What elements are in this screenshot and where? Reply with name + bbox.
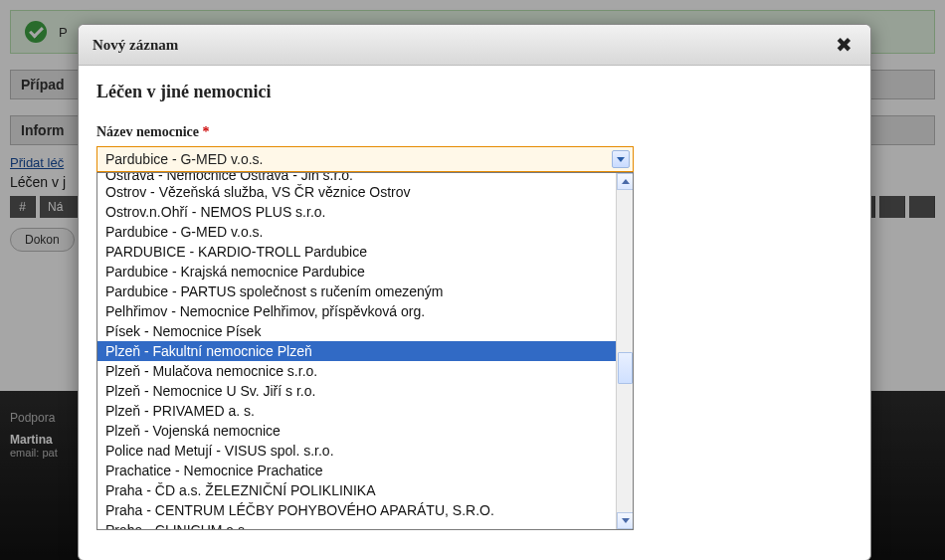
dropdown-option[interactable]: Plzeň - Vojenská nemocnice (97, 421, 616, 441)
dialog-titlebar[interactable]: Nový záznam ✖ (79, 25, 870, 66)
scroll-thumb[interactable] (618, 352, 633, 384)
close-icon[interactable]: ✖ (832, 35, 856, 55)
dialog-title: Nový záznam (93, 37, 832, 54)
dropdown-option[interactable]: Prachatice - Nemocnice Prachatice (97, 461, 616, 480)
dropdown-option[interactable]: Praha - ČD a.s. ŽELEZNIČNÍ POLIKLINIKA (97, 480, 616, 500)
dropdown-option[interactable]: Pardubice - PARTUS společnost s ručením … (97, 281, 616, 301)
dropdown-option[interactable]: Písek - Nemocnice Písek (97, 321, 616, 341)
chevron-down-icon[interactable] (612, 150, 630, 168)
dropdown-option[interactable]: Pardubice - Krajská nemocnice Pardubice (97, 262, 616, 281)
dropdown-option[interactable]: PARDUBICE - KARDIO-TROLL Pardubice (97, 242, 616, 262)
dropdown-list: Ostrava - Nemocnice Ostrava - Jih s.r.o.… (97, 173, 616, 529)
dropdown-option[interactable]: Pardubice - G-MED v.o.s. (97, 222, 616, 242)
dropdown-option[interactable]: Ostrov.n.Ohří - NEMOS PLUS s.r.o. (97, 202, 616, 222)
dropdown-option[interactable]: Police nad Metují - VISUS spol. s.r.o. (97, 441, 616, 461)
required-mark: * (203, 124, 210, 139)
dropdown-option[interactable]: Ostrov - Vězeňská služba, VS ČR věznice … (97, 182, 616, 202)
scroll-up-button[interactable] (617, 173, 634, 190)
form-heading: Léčen v jiné nemocnici (96, 82, 852, 102)
dropdown-option[interactable]: Plzeň - PRIVAMED a. s. (97, 401, 616, 421)
dropdown-option[interactable]: Plzeň - Nemocnice U Sv. Jiří s r.o. (97, 381, 616, 401)
hospital-select-input[interactable] (96, 146, 634, 172)
dropdown-option[interactable]: Plzeň - Fakultní nemocnice Plzeň (97, 341, 616, 361)
dropdown-option[interactable]: Ostrava - Nemocnice Ostrava - Jih s.r.o. (97, 173, 616, 182)
hospital-dropdown: Ostrava - Nemocnice Ostrava - Jih s.r.o.… (96, 172, 634, 530)
scroll-down-button[interactable] (617, 512, 634, 529)
dropdown-option[interactable]: Praha - CLINICUM a.s. (97, 520, 616, 529)
hospital-name-label: Název nemocnice * (96, 124, 852, 140)
dropdown-option[interactable]: Plzeň - Mulačova nemocnice s.r.o. (97, 361, 616, 381)
new-record-dialog: Nový záznam ✖ Léčen v jiné nemocnici Náz… (78, 24, 871, 560)
dropdown-scrollbar[interactable] (616, 173, 633, 529)
dropdown-option[interactable]: Pelhřimov - Nemocnice Pelhřimov, příspěv… (97, 301, 616, 321)
dropdown-option[interactable]: Praha - CENTRUM LÉČBY POHYBOVÉHO APARÁTU… (97, 500, 616, 520)
